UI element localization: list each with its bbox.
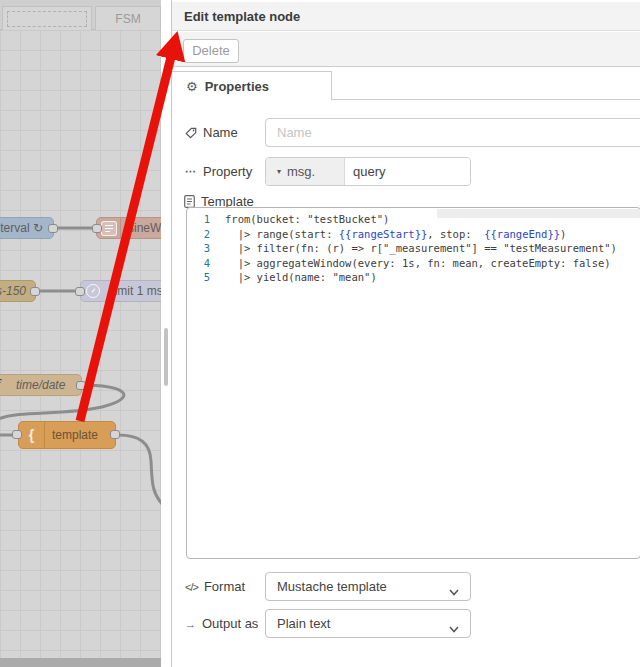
- wires: [0, 0, 161, 667]
- node-label: template: [52, 428, 98, 442]
- code-line: 4 |> aggregateWindow(every: 1s, fn: mean…: [187, 256, 640, 271]
- output-select-value: Plain text: [277, 616, 330, 631]
- ellipsis-icon: ⋯: [185, 165, 197, 178]
- code-brackets-icon: </>: [185, 581, 198, 593]
- node-port[interactable]: [76, 381, 86, 390]
- tab-properties-label: Properties: [205, 79, 269, 94]
- canvas-scroll-gutter: [161, 0, 171, 667]
- node-label: time/date: [16, 378, 65, 392]
- template-brace-icon: {: [19, 422, 45, 448]
- property-typed-input: ▾ msg. query: [265, 157, 471, 186]
- delete-button[interactable]: Delete: [183, 39, 239, 63]
- dialog-button-row: Delete: [172, 32, 640, 67]
- output-select[interactable]: Plain text: [265, 609, 471, 638]
- code-line: 5 |> yield(name: "mean"): [187, 270, 640, 285]
- typed-input-type-button[interactable]: ▾ msg.: [266, 158, 345, 185]
- node-port[interactable]: [75, 287, 85, 296]
- node-label: interval ↻: [0, 221, 43, 235]
- name-label-text: Name: [203, 125, 238, 140]
- node-label: sineWave: [128, 221, 161, 235]
- node-sinewave[interactable]: sineWave: [96, 217, 161, 239]
- node-timedate[interactable]: f time/date: [0, 374, 82, 396]
- vertical-scrollbar-thumb[interactable]: [164, 328, 168, 386]
- code-lines: 1from(bucket: "testBucket")2 |> range(st…: [187, 212, 640, 285]
- property-label-text: Property: [203, 164, 252, 179]
- tag-icon: [185, 127, 197, 139]
- dialog-tab-row: ⚙ Properties: [172, 68, 640, 100]
- output-label-text: Output as: [202, 616, 258, 631]
- code-line: 1from(bucket: "testBucket"): [187, 212, 640, 227]
- dialog-title: Edit template node: [172, 2, 640, 31]
- caret-down-icon: ▾: [277, 167, 281, 176]
- arrow-right-icon: →: [185, 618, 196, 630]
- tab-properties[interactable]: ⚙ Properties: [172, 71, 332, 100]
- typed-input-prefix: msg.: [287, 164, 315, 179]
- chevron-down-icon: [449, 584, 459, 599]
- name-field-label: Name: [185, 125, 238, 140]
- output-field-label: → Output as: [185, 616, 258, 631]
- node-interval[interactable]: interval ↻: [0, 217, 54, 239]
- property-value-input[interactable]: query: [345, 158, 470, 185]
- format-label-text: Format: [204, 579, 245, 594]
- template-code-editor[interactable]: 1from(bucket: "testBucket")2 |> range(st…: [186, 207, 640, 559]
- flow-canvas: FSM interval ↻ sineWave s-150 limit 1 ms…: [0, 0, 161, 667]
- format-field-label: </> Format: [185, 579, 245, 594]
- property-field-label: ⋯ Property: [185, 164, 252, 179]
- properties-form: Name ⋯ Property ▾ msg. query Template 1f…: [172, 100, 640, 667]
- format-select-value: Mustache template: [277, 579, 387, 594]
- name-input[interactable]: [265, 118, 640, 147]
- code-line: 3 |> filter(fn: (r) => r["_measurement"]…: [187, 241, 640, 256]
- node-label: limit 1 ms: [112, 284, 161, 298]
- node-port[interactable]: [110, 430, 120, 439]
- node-port[interactable]: [30, 287, 40, 296]
- node-limit[interactable]: limit 1 ms: [80, 280, 161, 302]
- function-icon: f: [0, 375, 9, 395]
- node-port[interactable]: [12, 430, 22, 439]
- code-line: 2 |> range(start: {{rangeStart}}, stop: …: [187, 227, 640, 242]
- format-select[interactable]: Mustache template: [265, 572, 471, 601]
- gear-icon: ⚙: [186, 79, 198, 94]
- edit-panel: Edit template node Delete ⚙ Properties N…: [171, 0, 640, 667]
- chevron-down-icon: [449, 621, 459, 636]
- node-port[interactable]: [92, 224, 102, 233]
- node-label: s-150: [0, 284, 26, 298]
- node-port[interactable]: [48, 224, 58, 233]
- node-template[interactable]: { template: [18, 421, 116, 449]
